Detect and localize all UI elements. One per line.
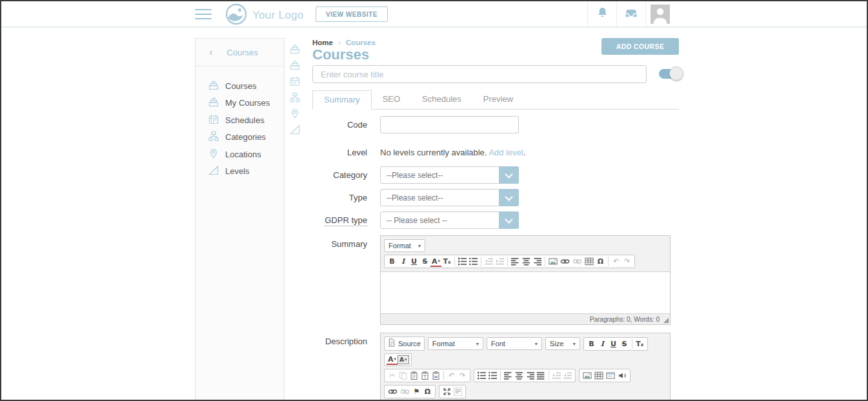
category-label: Category [305, 166, 367, 184]
sidebar-item-locations[interactable]: Locations [196, 146, 284, 163]
category-select[interactable]: --Please select-- [380, 166, 519, 184]
show-blocks-button[interactable] [452, 386, 463, 397]
paste-text-button[interactable] [419, 370, 430, 381]
text-color-button[interactable]: A▾ [387, 355, 398, 365]
bg-color-button[interactable]: A▾ [398, 355, 409, 364]
maximize-button[interactable] [441, 386, 452, 397]
numbered-list-button[interactable] [476, 370, 487, 381]
type-select-value: --Please select-- [387, 193, 443, 202]
courses-icon[interactable] [290, 44, 300, 54]
align-center-button[interactable] [521, 256, 532, 267]
link-button[interactable] [559, 256, 571, 267]
levels-icon[interactable] [290, 124, 300, 135]
tab-preview[interactable]: Preview [472, 90, 524, 110]
unlink-button [399, 386, 411, 397]
format-dropdown[interactable]: Format▾ [428, 337, 483, 350]
inbox-button[interactable] [617, 1, 645, 26]
strikethrough-button[interactable]: S [419, 256, 430, 267]
image-button[interactable] [547, 256, 559, 267]
table-button[interactable] [593, 370, 605, 381]
sidebar-item-categories[interactable]: Categories [196, 129, 284, 146]
bulleted-list-button[interactable] [468, 256, 479, 267]
calendar-icon[interactable] [290, 76, 300, 86]
table-button[interactable] [583, 256, 595, 267]
format-dropdown[interactable]: Format▾ [384, 239, 425, 252]
align-justify-button[interactable] [536, 370, 547, 381]
sidebar-item-label: Levels [225, 166, 250, 176]
underline-button[interactable]: U [608, 338, 619, 349]
align-left-button[interactable] [510, 256, 521, 267]
align-right-button[interactable] [525, 370, 536, 381]
anchor-button[interactable]: ⚑ [411, 386, 422, 397]
chevron-left-icon: ‹ [209, 47, 212, 57]
resize-handle[interactable] [663, 318, 669, 323]
type-select[interactable]: --Please select-- [380, 189, 519, 206]
sidebar-item-levels[interactable]: Levels [196, 163, 284, 181]
sidebar-back[interactable]: ‹ Courses [196, 39, 284, 66]
iframe-button[interactable] [605, 370, 616, 381]
breadcrumb-home[interactable]: Home [312, 39, 333, 46]
view-website-button[interactable]: VIEW WEBSITE [316, 6, 388, 22]
align-center-button[interactable] [514, 370, 525, 381]
paste-button[interactable] [409, 370, 419, 381]
bold-button[interactable]: B [586, 338, 597, 349]
level-empty-text: No levels currently available. [380, 148, 487, 157]
category-select-value: --Please select-- [387, 171, 443, 180]
special-char-button[interactable]: Ω [422, 386, 433, 397]
type-label: Type [305, 189, 367, 206]
gdpr-label: GDPR type [305, 211, 367, 229]
outdent-button [562, 370, 573, 381]
paste-word-button[interactable] [430, 370, 441, 381]
size-dropdown[interactable]: Size▾ [545, 337, 580, 350]
active-toggle[interactable] [659, 69, 681, 79]
hamburger-menu-icon[interactable] [195, 9, 212, 19]
tab-bar: Summary SEO Schedules Preview [312, 90, 679, 110]
summary-editor-toolbar: Format▾ B I U S A▾ Tₓ [381, 236, 670, 272]
code-input[interactable] [380, 116, 519, 133]
remove-format-button[interactable]: Tₓ [634, 338, 645, 349]
bold-button[interactable]: B [387, 256, 398, 267]
image-button[interactable] [581, 370, 593, 381]
italic-button[interactable]: I [398, 256, 409, 267]
sitemap-icon[interactable] [290, 92, 300, 103]
user-avatar[interactable] [651, 5, 670, 24]
chevron-down-icon [499, 166, 519, 184]
audio-button[interactable] [616, 370, 628, 381]
align-right-button[interactable] [532, 256, 543, 267]
breadcrumb-current[interactable]: Courses [346, 39, 376, 46]
level-row: Level No levels currently available. Add… [305, 144, 525, 157]
tab-summary[interactable]: Summary [312, 90, 372, 110]
sidebar-item-label: Categories [225, 132, 266, 142]
add-level-link[interactable]: Add level [489, 148, 523, 157]
strikethrough-button[interactable]: S [619, 338, 630, 349]
numbered-list-button[interactable] [457, 256, 468, 267]
special-char-button[interactable]: Ω [595, 256, 606, 267]
tab-schedules[interactable]: Schedules [411, 90, 472, 110]
text-color-button[interactable]: A▾ [430, 257, 441, 267]
logo[interactable]: Your Logo [225, 3, 304, 28]
word-count: Paragraphs: 0, Words: 0 [590, 316, 660, 323]
source-button[interactable]: Source [384, 337, 425, 351]
underline-button[interactable]: U [409, 256, 419, 267]
bulleted-list-button[interactable] [487, 370, 498, 381]
add-course-button[interactable]: ADD COURSE [601, 38, 679, 55]
align-left-button[interactable] [503, 370, 514, 381]
remove-format-button[interactable]: Tₓ [441, 256, 452, 267]
sidebar-item-schedules[interactable]: Schedules [196, 112, 284, 129]
courses-icon[interactable] [290, 60, 300, 70]
italic-button[interactable]: I [597, 338, 608, 349]
summary-editor-body[interactable] [381, 272, 670, 313]
gdpr-select[interactable]: -- Please select -- [380, 211, 519, 229]
copy-button [398, 370, 409, 381]
code-label: Code [305, 116, 367, 133]
font-dropdown[interactable]: Font▾ [487, 337, 542, 350]
notifications-button[interactable] [588, 1, 616, 26]
description-editor-toolbar: Source Format▾ Font▾ Size▾ B I U S [381, 333, 670, 401]
page-title: Courses [312, 46, 369, 63]
map-pin-icon[interactable] [290, 108, 300, 119]
course-title-input[interactable] [312, 65, 647, 83]
sidebar-item-my-courses[interactable]: My Courses [196, 95, 284, 112]
sidebar-item-courses[interactable]: Courses [196, 77, 284, 95]
tab-seo[interactable]: SEO [372, 90, 411, 110]
link-button[interactable] [387, 386, 399, 397]
